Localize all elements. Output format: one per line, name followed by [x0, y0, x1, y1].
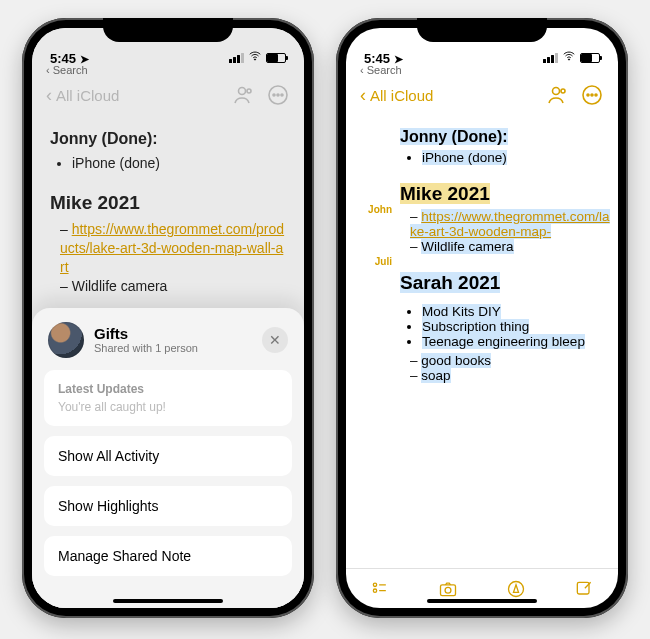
note-link[interactable]: https://www.thegrommet.com/lake-art-3d-w… — [410, 209, 610, 239]
nav-bar: ‹ All iCloud — [32, 76, 304, 116]
list-item: iPhone (done) — [72, 154, 286, 173]
battery-icon — [580, 53, 600, 63]
home-indicator[interactable] — [113, 599, 223, 603]
updates-body: You're all caught up! — [58, 400, 278, 414]
notch — [103, 18, 233, 42]
list-item: Mod Kits DIY — [422, 304, 614, 319]
note-content: John Juli Jonny (Done): iPhone (done) Mi… — [346, 116, 618, 568]
author-tag: Juli — [346, 256, 392, 274]
list-item: https://www.thegrommet.com/lake-art-3d-w… — [410, 209, 614, 239]
back-label: All iCloud — [56, 87, 119, 104]
svg-point-23 — [445, 587, 451, 593]
svg-point-2 — [247, 89, 251, 93]
row-label: Show Highlights — [58, 498, 158, 514]
signal-icon — [543, 53, 558, 63]
heading-sarah: Sarah 2021 — [400, 272, 614, 294]
note-link[interactable]: https://www.thegrommet.com/products/lake… — [60, 221, 284, 275]
screen-right: 5:45 ➤ ‹ Search ‹ All iCloud — [346, 28, 618, 608]
breadcrumb-search[interactable]: ‹ Search — [346, 64, 618, 76]
close-button[interactable]: ✕ — [262, 327, 288, 353]
heading-mike: Mike 2021 — [50, 190, 286, 216]
phone-left: 5:45 ➤ ‹ Search ‹ All iCloud — [22, 18, 314, 618]
list-item: Wildlife camera — [410, 239, 614, 254]
camera-icon[interactable] — [436, 577, 460, 601]
list-item: Wildlife camera — [60, 277, 286, 296]
sheet-subtitle: Shared with 1 person — [94, 342, 198, 354]
chevron-left-icon: ‹ — [46, 86, 52, 104]
more-icon[interactable] — [266, 83, 290, 107]
manage-shared-note-row[interactable]: Manage Shared Note — [44, 536, 292, 576]
collaborate-icon[interactable] — [230, 83, 254, 107]
list-item: soap — [410, 368, 614, 383]
updates-heading: Latest Updates — [58, 382, 278, 396]
home-indicator[interactable] — [427, 599, 537, 603]
list-item: Teenage engineering bleep — [422, 334, 614, 349]
row-label: Manage Shared Note — [58, 548, 191, 564]
back-label: All iCloud — [370, 87, 433, 104]
share-sheet: Gifts Shared with 1 person ✕ Latest Upda… — [32, 308, 304, 608]
list-item: iPhone (done) — [422, 150, 614, 165]
battery-icon — [266, 53, 286, 63]
list-item: Subscription thing — [422, 319, 614, 334]
nav-bar: ‹ All iCloud — [346, 76, 618, 116]
attribution-column: John Juli — [346, 120, 400, 568]
svg-point-5 — [277, 94, 279, 96]
svg-point-18 — [591, 94, 593, 96]
svg-point-17 — [587, 94, 589, 96]
heading-jonny: Jonny (Done): — [400, 128, 614, 146]
more-icon[interactable] — [580, 83, 604, 107]
svg-point-1 — [239, 88, 246, 95]
sheet-title: Gifts — [94, 326, 198, 343]
heading-jonny: Jonny (Done): — [50, 128, 286, 150]
svg-rect-22 — [441, 584, 456, 595]
list-item: https://www.thegrommet.com/products/lake… — [60, 220, 286, 277]
avatar — [48, 322, 84, 358]
svg-point-0 — [254, 59, 255, 60]
svg-point-21 — [373, 589, 376, 592]
show-highlights-row[interactable]: Show Highlights — [44, 486, 292, 526]
chevron-left-icon: ‹ — [360, 86, 366, 104]
list-item: good books — [410, 353, 614, 368]
compose-icon[interactable] — [572, 577, 596, 601]
author-tag: John — [346, 204, 392, 222]
latest-updates-card: Latest Updates You're all caught up! — [44, 370, 292, 426]
row-label: Show All Activity — [58, 448, 159, 464]
heading-mike: Mike 2021 — [400, 183, 614, 205]
svg-point-13 — [568, 59, 569, 60]
markup-icon[interactable] — [504, 577, 528, 601]
back-button[interactable]: ‹ All iCloud — [360, 86, 433, 104]
signal-icon — [229, 53, 244, 63]
svg-rect-25 — [577, 582, 589, 594]
notch — [417, 18, 547, 42]
close-icon: ✕ — [269, 332, 281, 348]
phone-right: 5:45 ➤ ‹ Search ‹ All iCloud — [336, 18, 628, 618]
svg-point-19 — [595, 94, 597, 96]
svg-point-6 — [281, 94, 283, 96]
svg-point-14 — [553, 88, 560, 95]
checklist-icon[interactable] — [368, 577, 392, 601]
collaborate-icon[interactable] — [544, 83, 568, 107]
show-all-activity-row[interactable]: Show All Activity — [44, 436, 292, 476]
svg-point-20 — [373, 583, 376, 586]
svg-point-15 — [561, 89, 565, 93]
svg-point-4 — [273, 94, 275, 96]
breadcrumb-search[interactable]: ‹ Search — [32, 64, 304, 76]
screen-left: 5:45 ➤ ‹ Search ‹ All iCloud — [32, 28, 304, 608]
back-button[interactable]: ‹ All iCloud — [46, 86, 119, 104]
